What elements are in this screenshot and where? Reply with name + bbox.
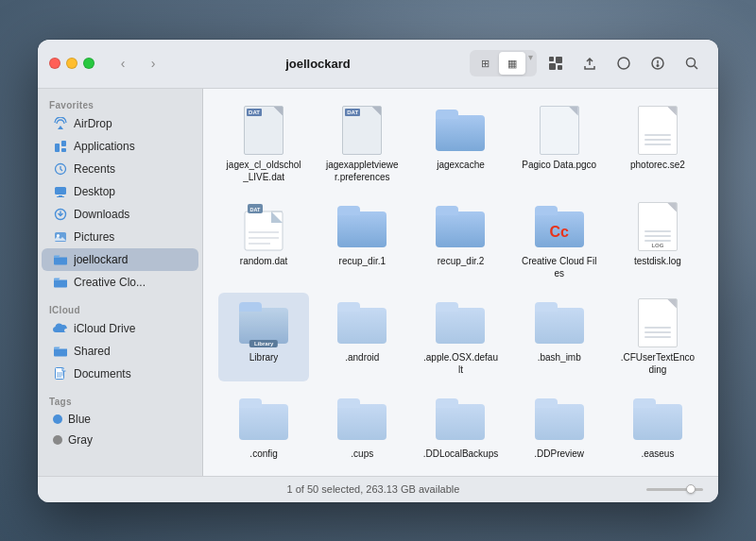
sidebar-item-tag-blue[interactable]: Blue — [42, 409, 198, 430]
jagex-cl-label: jagex_cl_oldschol_LIVE.dat — [226, 159, 301, 183]
log-label: LOG — [651, 243, 663, 248]
creative-cloud-label: Creative Clo... — [74, 276, 146, 289]
close-button[interactable] — [49, 58, 60, 69]
sidebar-item-tag-gray[interactable]: Gray — [42, 430, 198, 450]
ddpreview-label: .DDPreview — [534, 448, 584, 460]
main-content: Favorites AirDrop — [38, 89, 718, 476]
view-grid-button[interactable]: ⊞ — [472, 52, 498, 75]
file-item-jagexapplet[interactable]: DAT jagexappletviewer.preferences — [317, 100, 407, 189]
sidebar-item-pictures[interactable]: Pictures — [42, 226, 198, 248]
testdisk-label: testdisk.log — [634, 255, 681, 267]
ddlocalbackups-label: .DDLocalBackups — [423, 448, 498, 460]
recents-icon — [53, 161, 68, 177]
svg-rect-10 — [55, 144, 60, 152]
sidebar-item-icloud-drive[interactable]: iCloud Drive — [42, 317, 198, 340]
applications-label: Applications — [74, 140, 135, 153]
file-item-apple-osx[interactable]: .apple.OSX.default — [415, 293, 506, 381]
library-badge: Library — [249, 340, 278, 347]
search-button[interactable] — [677, 50, 707, 76]
photorec-label: photorec.se2 — [630, 159, 685, 171]
sidebar-item-recents[interactable]: Recents — [42, 158, 198, 180]
svg-text:DAT: DAT — [250, 206, 262, 211]
view-switcher: ⊞ ▦ ▾ — [470, 50, 537, 76]
back-button[interactable]: ‹ — [110, 50, 136, 76]
sidebar-section-icloud: iCloud iCloud Drive — [38, 301, 202, 385]
file-item-photorec[interactable]: photorec.se2 — [612, 100, 703, 189]
maximize-button[interactable] — [83, 58, 94, 69]
apple-osx-folder-icon — [436, 298, 485, 347]
svg-rect-2 — [549, 63, 556, 70]
sidebar-item-applications[interactable]: Applications — [42, 135, 198, 158]
recup-dir2-icon — [436, 202, 485, 251]
creative-cloud-icon — [53, 275, 68, 290]
favorites-label: Favorites — [38, 96, 202, 112]
view-chevron: ▾ — [526, 52, 535, 75]
file-item-jagexcache[interactable]: jagexcache — [415, 100, 506, 189]
sidebar-item-documents[interactable]: Documents — [42, 363, 198, 385]
gray-tag-dot — [53, 435, 62, 445]
desktop-icon — [53, 184, 68, 199]
file-item-library[interactable]: Library Library — [218, 293, 309, 381]
sidebar-item-creative-cloud[interactable]: Creative Clo... — [42, 271, 198, 294]
testdisk-icon: LOG — [633, 202, 682, 251]
downloads-label: Downloads — [74, 208, 129, 221]
desktop-label: Desktop — [74, 185, 115, 198]
file-item-creative-cloud-files[interactable]: Cc Creative Cloud Files — [514, 196, 605, 285]
file-item-android[interactable]: .android — [317, 293, 407, 381]
documents-icon — [53, 366, 68, 381]
file-item-easeus[interactable]: .easeus — [612, 389, 703, 465]
joellockard-icon — [53, 252, 68, 267]
sidebar-section-tags: Tags Blue Gray — [38, 393, 202, 450]
downloads-icon — [53, 207, 68, 222]
cc-logo-icon: Cc — [549, 224, 568, 241]
file-item-cfuser[interactable]: .CFUserTextEncoding — [612, 293, 703, 381]
file-item-jagex-cl[interactable]: DAT jagex_cl_oldschol_LIVE.dat — [218, 100, 309, 189]
applications-icon — [53, 139, 68, 154]
tags-label: Tags — [38, 393, 202, 409]
file-item-cups[interactable]: .cups — [317, 389, 407, 465]
pagico-label: Pagico Data.pgco — [522, 159, 596, 171]
view-icon-button[interactable]: ▦ — [499, 52, 525, 75]
file-item-pagico[interactable]: Pagico Data.pgco — [514, 100, 605, 189]
zoom-slider[interactable] — [646, 488, 703, 491]
file-item-recup-dir2[interactable]: recup_dir.2 — [415, 196, 506, 285]
file-item-random-dat[interactable]: DAT random.dat — [218, 196, 309, 285]
file-item-testdisk[interactable]: LOG testdisk.log — [612, 196, 703, 285]
random-dat-label: random.dat — [240, 255, 288, 267]
jagexcache-label: jagexcache — [437, 159, 485, 171]
traffic-lights — [49, 58, 94, 69]
config-label: .config — [249, 448, 277, 460]
library-label: Library — [249, 351, 279, 363]
sidebar-item-shared[interactable]: Shared — [42, 340, 198, 363]
tag-button[interactable] — [609, 50, 639, 76]
minimize-button[interactable] — [66, 58, 77, 69]
sidebar: Favorites AirDrop — [38, 89, 203, 476]
cfuser-lines — [644, 327, 671, 341]
file-grid-row2: DAT random.dat recup_dir.1 — [218, 196, 703, 285]
svg-rect-0 — [549, 57, 554, 61]
file-item-recup-dir1[interactable]: recup_dir.1 — [317, 196, 407, 285]
file-item-bash-imb[interactable]: .bash_imb — [514, 293, 605, 381]
zoom-control — [646, 488, 703, 491]
svg-point-8 — [687, 59, 696, 67]
action-button[interactable] — [643, 50, 673, 76]
file-item-ddlocalbackups[interactable]: .DDLocalBackups — [415, 389, 506, 465]
svg-rect-1 — [556, 57, 562, 63]
jagex-cl-icon: DAT — [239, 106, 288, 155]
random-dat-icon: DAT — [239, 202, 288, 251]
sidebar-item-joellockard[interactable]: joellockard — [42, 248, 198, 271]
airdrop-icon — [53, 116, 68, 131]
forward-button[interactable]: › — [140, 50, 166, 76]
sidebar-item-downloads[interactable]: Downloads — [42, 203, 198, 226]
status-text: 1 of 50 selected, 263.13 GB available — [112, 483, 635, 495]
cfuser-label: .CFUserTextEncoding — [620, 351, 696, 376]
file-item-config[interactable]: .config — [218, 389, 309, 465]
share-button[interactable] — [575, 50, 605, 76]
svg-line-9 — [695, 66, 698, 70]
file-item-ddpreview[interactable]: .DDPreview — [514, 389, 605, 465]
sidebar-item-desktop[interactable]: Desktop — [42, 180, 198, 203]
icon-size-button[interactable] — [541, 50, 571, 76]
status-bar: 1 of 50 selected, 263.13 GB available — [38, 476, 718, 502]
zoom-thumb[interactable] — [686, 484, 696, 494]
sidebar-item-airdrop[interactable]: AirDrop — [42, 112, 198, 135]
